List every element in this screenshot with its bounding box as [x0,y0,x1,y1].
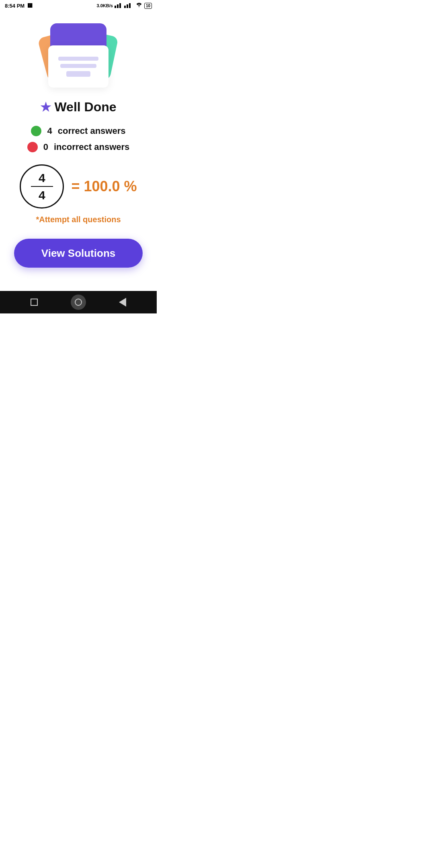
score-section: 4 correct answers 0 incorrect answers [8,126,149,152]
svg-rect-3 [124,6,126,8]
nav-square-icon [31,299,38,306]
card-line-3 [66,71,90,77]
status-left: 8:54 PM 🅿 [5,3,32,9]
wifi-icon [135,2,143,9]
nav-triangle-icon [119,298,126,307]
nav-home-icon [75,299,82,306]
battery-icon: 10 [144,3,152,9]
fraction-denominator: 4 [39,188,45,202]
nav-bar [0,291,157,313]
svg-rect-0 [115,6,116,8]
incorrect-dot [27,142,38,152]
main-content: ★ Well Done 4 correct answers 0 incorrec… [0,11,157,291]
correct-row: 4 correct answers [31,126,125,136]
status-bar: 8:54 PM 🅿 3.0KB/s 10 [0,0,157,11]
correct-label: correct answers [58,126,126,136]
view-solutions-button[interactable]: View Solutions [14,239,143,268]
equals-sign: = [71,178,80,194]
view-solutions-label: View Solutions [41,247,115,260]
nav-recents-button[interactable] [115,295,130,309]
incorrect-row: 0 incorrect answers [27,142,130,152]
signal-icons [115,2,134,9]
incorrect-label: incorrect answers [54,142,129,152]
fraction-circle: 4 4 [20,164,64,209]
nav-back-button[interactable] [27,295,41,309]
attempt-note: *Attempt all questions [36,215,121,224]
card-line-1 [58,57,98,61]
svg-rect-5 [129,3,131,8]
equals-percent: = 100.0 % [71,178,137,195]
card-white [48,45,108,88]
status-icons: 🅿 [28,3,32,8]
card-line-2 [60,64,96,68]
status-time: 8:54 PM [5,3,25,9]
svg-rect-1 [117,4,119,8]
fraction-divider [31,186,53,187]
percentage-value: 100.0 % [84,178,137,194]
svg-rect-2 [119,3,121,8]
title-text: Well Done [54,100,116,115]
fraction-numerator: 4 [39,171,45,184]
title: ★ Well Done [40,100,116,115]
nav-home-button[interactable] [71,295,86,310]
status-right: 3.0KB/s 10 [97,2,152,9]
flashcard-illustration [38,23,119,88]
correct-count: 4 [47,126,52,136]
star-icon: ★ [40,100,51,114]
correct-dot [31,126,41,136]
network-speed: 3.0KB/s [97,3,113,8]
svg-rect-4 [127,4,128,8]
incorrect-count: 0 [43,142,48,152]
fraction-section: 4 4 = 100.0 % [20,164,137,209]
